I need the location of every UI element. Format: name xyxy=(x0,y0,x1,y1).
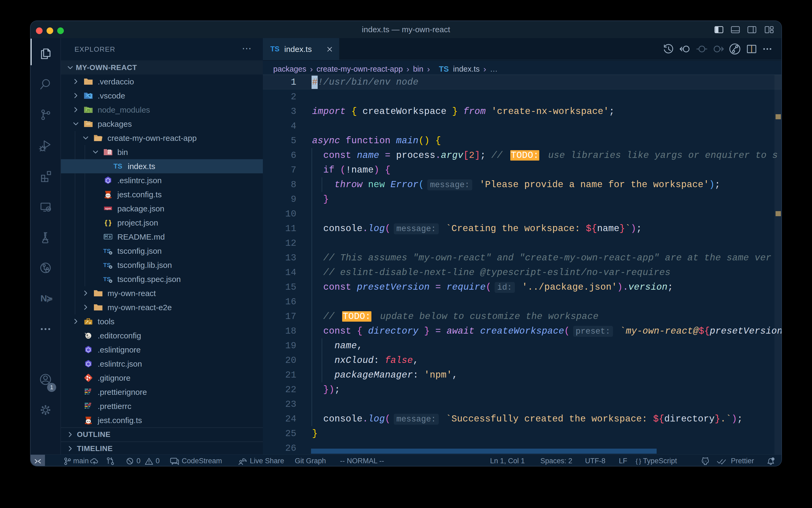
svg-text:N: N xyxy=(40,293,47,303)
svg-text:TS: TS xyxy=(113,162,122,170)
svg-text:JS: JS xyxy=(87,109,90,112)
svg-text:≽: ≽ xyxy=(46,294,53,303)
svg-text:npm: npm xyxy=(105,207,111,210)
svg-text:{ }: { } xyxy=(104,219,111,226)
svg-text:10: 10 xyxy=(108,152,111,154)
